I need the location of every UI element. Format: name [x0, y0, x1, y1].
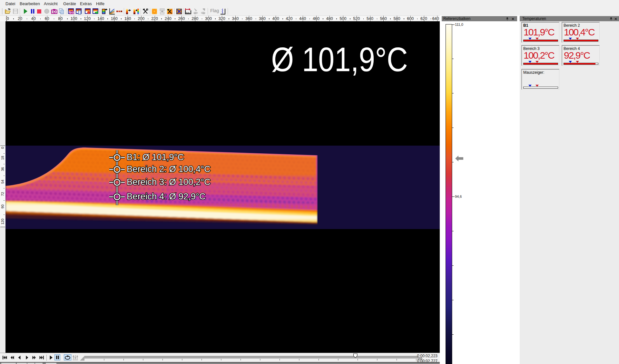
svg-text:Ø 101,9°C: Ø 101,9°C [271, 43, 408, 78]
svg-text:Bereich 4: Ø 92,9°C: Bereich 4: Ø 92,9°C [127, 191, 206, 201]
svg-text:B1: Ø 101,9°C: B1: Ø 101,9°C [127, 152, 184, 162]
svg-text:Bereich 3: Ø 100,2°C: Bereich 3: Ø 100,2°C [127, 177, 211, 187]
svg-text:Bereich 2: Ø 100,4°C: Bereich 2: Ø 100,4°C [127, 164, 211, 174]
